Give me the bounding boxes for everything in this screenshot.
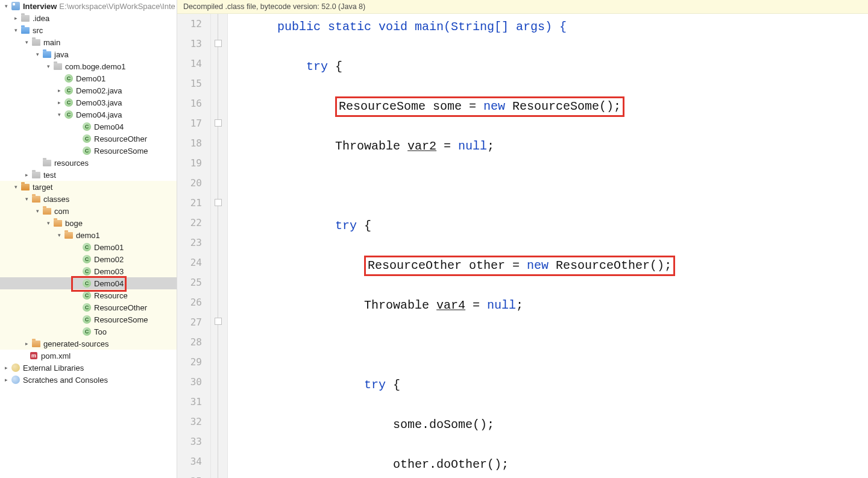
tree-item-classfile[interactable]: ▸Too (0, 325, 177, 338)
annotation-box-icon: ResourceOther other = new ResourceOther(… (364, 256, 675, 276)
line-number: 35 (177, 471, 210, 478)
line-number: 27 (177, 312, 210, 332)
line-number: 21 (177, 193, 210, 213)
tree-item-classfile[interactable]: ▸ResourceOther (0, 301, 177, 313)
tree-label: demo1 (76, 231, 100, 240)
line-number: 14 (177, 54, 210, 74)
fold-handle-icon[interactable] (215, 40, 222, 47)
line-number: 22 (177, 213, 210, 233)
tree-label: Too (94, 327, 107, 336)
folder-icon (42, 158, 52, 168)
tree-item-generated-sources[interactable]: ▸ generated-sources (0, 338, 177, 350)
chevron-right-icon: ▸ (2, 365, 10, 371)
code-text: Throwable (335, 139, 407, 153)
tree-label: Demo02.java (76, 86, 122, 95)
line-number: 12 (177, 14, 210, 34)
class-icon (82, 146, 92, 156)
line-number: 23 (177, 233, 210, 253)
class-icon (82, 254, 92, 264)
tree-item-com[interactable]: ▾ com (0, 205, 177, 217)
class-icon (82, 242, 92, 252)
tree-label: ResourceOther (94, 303, 147, 312)
tree-item-classfile-selected[interactable]: ▸Demo04 (0, 277, 177, 289)
tree-item-resources[interactable]: ▸ resources (0, 157, 177, 169)
tree-item-idea[interactable]: ▸ .idea (0, 12, 177, 24)
line-number: 20 (177, 173, 210, 193)
chevron-down-icon: ▾ (55, 232, 63, 238)
tree-item-scratches[interactable]: ▸ Scratches and Consoles (0, 374, 177, 386)
tree-label: Demo02 (94, 255, 124, 264)
tree-item-class[interactable]: ▸ Demo03.java (0, 96, 177, 108)
code-editor[interactable]: public static void main(String[] args) {… (228, 14, 868, 478)
tree-item-java[interactable]: ▾ java (0, 48, 177, 60)
code-text: try (306, 60, 328, 74)
tree-label: Demo01 (76, 74, 105, 83)
code-text: ResourceOther(); (549, 259, 671, 272)
code-text: try (364, 378, 386, 392)
tree-item-target[interactable]: ▾ target (0, 181, 177, 193)
tree-item-class[interactable]: ▸ ResourceSome (0, 145, 177, 157)
scratches-icon (11, 375, 20, 385)
fold-handle-icon[interactable] (215, 199, 222, 206)
folder-icon (53, 218, 63, 228)
line-number: 16 (177, 93, 210, 113)
notice-text: Decompiled .class file, bytecode version… (183, 2, 365, 11)
tree-item-class[interactable]: ▸ ResourceOther (0, 133, 177, 145)
tree-item-demo1[interactable]: ▾ demo1 (0, 229, 177, 241)
tree-label: src (33, 26, 43, 35)
line-number: 24 (177, 253, 210, 272)
code-text: ResourceOther other = (368, 259, 527, 272)
chevron-down-icon: ▾ (34, 208, 41, 214)
chevron-right-icon: ▸ (12, 15, 19, 21)
line-number: 30 (177, 372, 210, 392)
class-icon (64, 110, 74, 119)
tree-item-external-libraries[interactable]: ▸ External Libraries (0, 362, 177, 374)
tree-item-pom[interactable]: ▸ pom.xml (0, 350, 177, 362)
tree-item-class[interactable]: ▸ Demo01 (0, 72, 177, 84)
fold-handle-icon[interactable] (215, 119, 222, 127)
folder-icon (42, 206, 52, 216)
tree-item-class[interactable]: ▾ Demo04.java (0, 108, 177, 121)
tree-item-class[interactable]: ▸ Demo02.java (0, 84, 177, 96)
chevron-down-icon: ▾ (23, 196, 30, 202)
maven-icon (29, 351, 39, 360)
tree-item-boge[interactable]: ▾ boge (0, 217, 177, 229)
folder-icon (42, 49, 52, 59)
tree-item-classfile[interactable]: ▸ResourceSome (0, 313, 177, 325)
tree-item-test[interactable]: ▸ test (0, 169, 177, 181)
tree-item-classfile[interactable]: ▸Demo02 (0, 253, 177, 265)
class-icon (82, 266, 92, 276)
folder-icon (31, 194, 41, 204)
tree-item-src[interactable]: ▾ src (0, 24, 177, 36)
tree-label: Demo04 (94, 279, 124, 288)
code-text: ResourceSome some = (339, 99, 483, 113)
line-number: 25 (177, 272, 210, 292)
folder-icon (31, 170, 41, 180)
code-text: ; (516, 298, 523, 312)
code-text: var4 (436, 298, 465, 312)
tree-label: generated-sources (43, 339, 108, 348)
project-root-row[interactable]: ▾ Interview E:\workspace\VipWorkSpace\In… (0, 0, 177, 12)
tree-item-classes[interactable]: ▾ classes (0, 193, 177, 205)
code-text: ; (487, 139, 494, 153)
line-number: 17 (177, 113, 210, 133)
class-icon (82, 134, 92, 143)
tree-item-class[interactable]: ▸ Demo04 (0, 121, 177, 133)
tree-label: Demo04 (94, 122, 124, 131)
fold-gutter[interactable] (211, 14, 228, 478)
tree-item-classfile[interactable]: ▸Resource (0, 289, 177, 301)
tree-item-classfile[interactable]: ▸Demo03 (0, 265, 177, 277)
chevron-down-icon: ▾ (2, 3, 10, 9)
code-text: other.doOther(); (393, 458, 509, 471)
line-number: 33 (177, 432, 210, 451)
code-text: ResourceSome(); (505, 99, 621, 113)
library-icon (11, 363, 20, 373)
tree-label: Scratches and Consoles (23, 376, 108, 385)
tree-item-package[interactable]: ▾ com.boge.demo1 (0, 60, 177, 72)
tree-item-main[interactable]: ▾ main (0, 36, 177, 48)
class-icon (82, 315, 92, 324)
fold-handle-icon[interactable] (215, 318, 222, 325)
tree-label: test (43, 171, 56, 180)
class-icon (82, 278, 92, 288)
tree-item-classfile[interactable]: ▸Demo01 (0, 241, 177, 253)
